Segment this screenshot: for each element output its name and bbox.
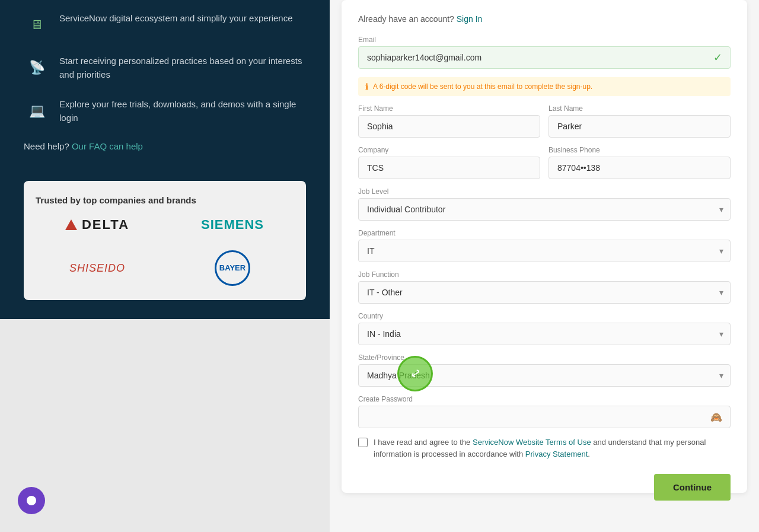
ecosystem-icon: 🖥 [24,12,50,38]
first-name-label: First Name [358,104,540,113]
job-function-label: Job Function [358,270,731,279]
country-select-wrapper: IN - India ▾ [358,323,731,345]
terms-checkbox[interactable] [358,438,368,447]
job-function-select-wrapper: IT - Other ▾ [358,281,731,304]
state-field-group: State/Province Madhya Pradesh ▾ [358,353,731,387]
info-icon: ℹ [365,82,368,91]
brand-shiseido: SHISEIDO [69,262,125,275]
job-level-field-group: Job Level Individual Contributor ▾ [358,187,731,221]
email-label: Email [358,36,731,44]
left-panel: 🖥 ServiceNow digital ecosystem and simpl… [0,0,330,532]
terms-text: I have read and agree to the ServiceNow … [374,437,731,460]
continue-button[interactable]: Continue [654,474,731,501]
password-label: Create Password [358,395,731,403]
trusted-brands-section: Trusted by top companies and brands DELT… [24,181,306,300]
department-label: Department [358,229,731,237]
info-text: A 6-digit code will be sent to you at th… [373,82,592,91]
email-wrapper: ✓ [358,46,731,69]
left-content: 🖥 ServiceNow digital ecosystem and simpl… [24,12,306,175]
company-field-group: Company [358,146,540,179]
already-account-text: Already have an account? Sign In [358,14,731,24]
feature-ecosystem-text: ServiceNow digital ecosystem and simplif… [59,12,293,26]
state-label: State/Province [358,353,731,362]
company-label: Company [358,146,540,154]
password-input[interactable] [358,406,731,428]
name-row: First Name Last Name [358,104,731,138]
job-level-label: Job Level [358,187,731,196]
first-name-input[interactable] [358,115,540,138]
recording-dot [18,487,45,514]
last-name-input[interactable] [548,115,731,138]
business-phone-input[interactable] [548,157,731,179]
business-phone-label: Business Phone [548,146,731,154]
email-check-icon: ✓ [713,51,722,64]
business-phone-field-group: Business Phone [548,146,731,179]
delta-triangle-icon [65,219,77,230]
company-input[interactable] [358,157,540,179]
brand-delta: DELTA [65,217,129,232]
privacy-statement-link[interactable]: Privacy Statement [525,450,588,458]
department-field-group: Department IT ▾ [358,229,731,262]
last-name-field-group: Last Name [548,104,731,138]
first-name-field-group: First Name [358,104,540,138]
job-function-select[interactable]: IT - Other [358,281,731,304]
feature-personalized-text: Start receiving personalized practices b… [59,55,306,81]
trusted-title: Trusted by top companies and brands [36,195,294,205]
password-wrapper: 🙈 [358,406,731,428]
company-phone-row: Company Business Phone [358,146,731,179]
info-banner: ℹ A 6-digit code will be sent to you at … [358,77,731,96]
help-text: Need help? Our FAQ can help [24,141,306,151]
job-function-field-group: Job Function IT - Other ▾ [358,270,731,304]
password-field-group: Create Password 🙈 [358,395,731,428]
state-select-wrapper: Madhya Pradesh ▾ [358,364,731,387]
brand-siemens: SIEMENS [201,217,264,232]
state-select[interactable]: Madhya Pradesh [358,364,731,387]
country-select[interactable]: IN - India [358,323,731,345]
department-select-wrapper: IT ▾ [358,240,731,262]
feature-ecosystem: 🖥 ServiceNow digital ecosystem and simpl… [24,12,306,38]
personalized-icon: 📡 [24,55,50,81]
signup-form: Already have an account? Sign In Email ✓… [342,0,747,493]
feature-trials: 💻 Explore your free trials, downloads, a… [24,98,306,125]
feature-trials-text: Explore your free trials, downloads, and… [59,98,306,125]
sign-in-link[interactable]: Sign In [457,14,483,24]
country-field-group: Country IN - India ▾ [358,312,731,345]
department-select[interactable]: IT [358,240,731,262]
brand-grid: DELTA SIEMENS SHISEIDO BAYER [36,217,294,286]
terms-of-use-link[interactable]: ServiceNow Website Terms of Use [473,438,591,447]
password-eye-icon[interactable]: 🙈 [710,412,722,423]
email-input[interactable] [358,46,731,69]
job-level-select[interactable]: Individual Contributor [358,198,731,221]
job-level-select-wrapper: Individual Contributor ▾ [358,198,731,221]
recording-inner [27,496,36,505]
country-label: Country [358,312,731,320]
terms-row: I have read and agree to the ServiceNow … [358,437,731,460]
feature-personalized: 📡 Start receiving personalized practices… [24,55,306,81]
trials-icon: 💻 [24,98,50,124]
faq-link[interactable]: Our FAQ can help [72,141,143,151]
brand-bayer: BAYER [215,250,250,286]
right-panel: Already have an account? Sign In Email ✓… [330,0,759,532]
email-field-group: Email ✓ [358,36,731,69]
last-name-label: Last Name [548,104,731,113]
